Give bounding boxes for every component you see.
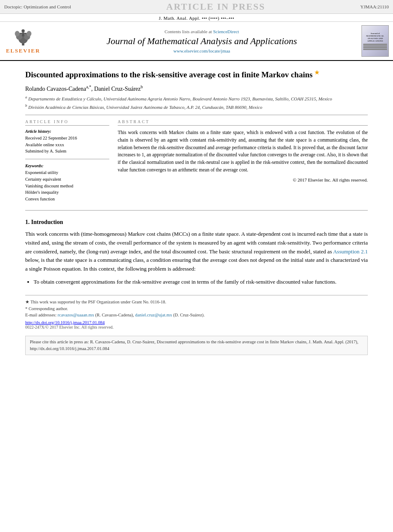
- svg-rect-9: [24, 33, 26, 34]
- footnote-star: ★ This work was supported by the PSF Org…: [25, 299, 368, 306]
- science-direct-link[interactable]: ScienceDirect: [213, 29, 239, 34]
- issn-line: 0022-247X/© 2017 Elsevier Inc. All right…: [25, 325, 368, 329]
- abstract-copyright: © 2017 Elsevier Inc. All rights reserved…: [118, 177, 368, 182]
- bullet-item-1: To obtain convergent approximations for …: [34, 278, 368, 287]
- article-in-press-label: ARTICLE IN PRESS: [166, 1, 265, 12]
- affiliations: a Departamento de Estadística y Cálculo,…: [25, 95, 368, 111]
- bullet-list: To obtain convergent approximations for …: [34, 278, 368, 287]
- article-history-title: Article history:: [25, 129, 109, 134]
- divider-1: [25, 115, 368, 115]
- journal-header: ELSEVIER Contents lists available at Sci…: [0, 22, 393, 61]
- footnote-emails: E-mail addresses: rcavazos@uaaan.mx (R. …: [25, 312, 368, 319]
- elsevier-logo: ELSEVIER: [4, 26, 42, 56]
- journal-center: Contents lists available at ScienceDirec…: [46, 29, 357, 53]
- svg-point-4: [15, 31, 19, 37]
- title-star: ★: [314, 69, 319, 76]
- email1-link[interactable]: rcavazos@uaaan.mx: [58, 313, 94, 317]
- top-banner: Doctopic: Optimization and Control ARTIC…: [0, 0, 393, 14]
- footnote-corresponding: * Corresponding author.: [25, 306, 368, 312]
- affiliation-b: b División Académica de Ciencias Básicas…: [25, 103, 368, 111]
- doi-anchor[interactable]: http://dx.doi.org/10.1016/j.jmaa.2017.01…: [25, 320, 105, 325]
- footnotes-section: ★ This work was supported by the PSF Org…: [25, 295, 368, 329]
- journal-subtitle: J. Math. Anal. Appl. ••• (••••) •••–•••: [0, 14, 393, 22]
- svg-rect-7: [22, 32, 24, 36]
- elsevier-text: ELSEVIER: [6, 47, 40, 54]
- doctopic-label: Doctopic: Optimization and Control: [4, 4, 71, 9]
- svg-point-5: [26, 31, 31, 37]
- journal-cover-decoration: [363, 43, 387, 50]
- email2-link[interactable]: daniel.cruz@ujat.mx: [135, 313, 172, 317]
- citation-box: Please cite this article in press as: R.…: [25, 336, 368, 355]
- science-direct-line: Contents lists available at ScienceDirec…: [46, 29, 357, 34]
- divider-2: [25, 210, 368, 211]
- intro-para1: This work concerns with (time-homogeneou…: [25, 230, 368, 274]
- journal-cover-image: Journal ofMATHEMATICALANALYSIS ANDAPPLIC…: [361, 25, 389, 57]
- elsevier-tree-icon: [11, 28, 36, 47]
- intro-heading: 1. Introduction: [25, 219, 368, 226]
- abstract-text: This work concerns with Markov chains on…: [118, 129, 368, 174]
- main-content: Discounted approximations to the risk-se…: [0, 61, 393, 363]
- article-history-content: Received 22 September 2016 Available onl…: [25, 135, 109, 155]
- abstract-col: ABSTRACT This work concerns with Markov …: [118, 119, 368, 206]
- keywords-title: Keywords:: [25, 163, 109, 168]
- article-info-header: ARTICLE INFO: [25, 119, 109, 126]
- info-divider: [25, 159, 109, 159]
- info-abstract-section: ARTICLE INFO Article history: Received 2…: [25, 119, 368, 206]
- journal-title: Journal of Mathematical Analysis and App…: [46, 36, 357, 47]
- yjmaa-id: YJMAA:21110: [360, 4, 389, 9]
- abstract-header: ABSTRACT: [118, 119, 368, 126]
- svg-rect-8: [20, 33, 22, 34]
- affiliation-a: a Departamento de Estadística y Cálculo,…: [25, 95, 368, 102]
- authors-line: Rolando Cavazos-Cadenaa,*, Daniel Cruz-S…: [25, 84, 368, 92]
- doi-link: http://dx.doi.org/10.1016/j.jmaa.2017.01…: [25, 320, 368, 325]
- keywords-content: Exponential utility Certainty equivalent…: [25, 169, 109, 203]
- assumption-link[interactable]: Assumption 2.1: [333, 248, 368, 255]
- paper-title: Discounted approximations to the risk-se…: [25, 69, 368, 80]
- article-info-col: ARTICLE INFO Article history: Received 2…: [25, 119, 109, 206]
- journal-cover-title: Journal ofMATHEMATICALANALYSIS ANDAPPLIC…: [365, 32, 385, 43]
- journal-url: www.elsevier.com/locate/jmaa: [46, 48, 357, 53]
- svg-point-6: [21, 29, 25, 33]
